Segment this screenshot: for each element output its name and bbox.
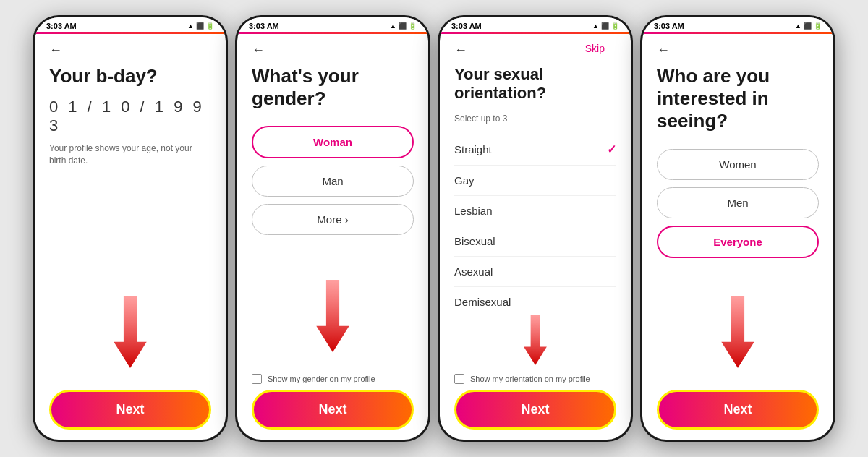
orientation-gay[interactable]: Gay bbox=[454, 166, 616, 196]
title-1: Your b-day? bbox=[49, 65, 211, 87]
svg-marker-1 bbox=[316, 280, 349, 352]
orientation-gay-label: Gay bbox=[454, 174, 475, 187]
time-4: 3:03 AM bbox=[654, 22, 684, 30]
gender-options: Woman Man More › bbox=[252, 126, 414, 235]
orientation-lesbian-label: Lesbian bbox=[454, 205, 493, 217]
battery-icon-4: 🔋 bbox=[814, 22, 822, 30]
arrow-down-2 bbox=[311, 280, 354, 352]
screen-2: ← What's your gender? Woman Man More › bbox=[237, 34, 428, 368]
title-2: What's your gender? bbox=[252, 65, 414, 110]
status-bar-2: 3:03 AM ▲ ⬛ 🔋 bbox=[237, 17, 428, 32]
battery-icon-2: 🔋 bbox=[409, 22, 417, 30]
arrow-down-1 bbox=[109, 296, 152, 368]
title-4: Who are you interested in seeing? bbox=[657, 65, 819, 133]
signal-icon-2: ⬛ bbox=[399, 22, 407, 30]
interest-everyone-btn[interactable]: Everyone bbox=[657, 226, 819, 258]
signal-icon-4: ⬛ bbox=[804, 22, 812, 30]
phone-bday: 3:03 AM ▲ ⬛ 🔋 ← Your b-day? 0 1 / 1 0 / … bbox=[33, 15, 228, 442]
svg-marker-2 bbox=[524, 315, 547, 365]
time-1: 3:03 AM bbox=[46, 22, 77, 30]
bottom-area-1: Next bbox=[35, 384, 226, 440]
arrow-area-3 bbox=[454, 312, 616, 368]
orientation-asexual[interactable]: Asexual bbox=[454, 257, 616, 287]
time-2: 3:03 AM bbox=[249, 22, 279, 30]
phone-interest: 3:03 AM ▲ ⬛ 🔋 ← Who are you interested i… bbox=[640, 15, 835, 442]
next-button-4[interactable]: Next bbox=[657, 390, 819, 430]
orientation-list: Straight ✓ Gay Lesbian Bisexual Asexual bbox=[454, 134, 616, 312]
time-3: 3:03 AM bbox=[451, 22, 482, 30]
back-button-4[interactable]: ← bbox=[657, 43, 670, 58]
gender-woman-btn[interactable]: Woman bbox=[252, 126, 414, 158]
gender-checkbox-label: Show my gender on my profile bbox=[268, 375, 375, 383]
gender-checkbox[interactable] bbox=[252, 374, 262, 384]
orientation-subtitle: Select up to 3 bbox=[454, 114, 616, 124]
status-bar-4: 3:03 AM ▲ ⬛ 🔋 bbox=[642, 17, 833, 32]
wifi-icon-3: ▲ bbox=[592, 22, 599, 30]
status-icons-2: ▲ ⬛ 🔋 bbox=[390, 22, 417, 30]
status-icons-1: ▲ ⬛ 🔋 bbox=[187, 22, 214, 30]
back-button-2[interactable]: ← bbox=[252, 43, 265, 58]
back-button-3[interactable]: ← bbox=[454, 43, 467, 58]
orientation-straight[interactable]: Straight ✓ bbox=[454, 134, 616, 166]
status-bar-3: 3:03 AM ▲ ⬛ 🔋 bbox=[440, 17, 631, 32]
status-icons-3: ▲ ⬛ 🔋 bbox=[592, 22, 619, 30]
phone-orientation: 3:03 AM ▲ ⬛ 🔋 ← Skip Your sexual orienta… bbox=[438, 15, 633, 442]
screen-1: ← Your b-day? 0 1 / 1 0 / 1 9 9 3 Your p… bbox=[35, 34, 226, 384]
orientation-checkbox-label: Show my orientation on my profile bbox=[470, 375, 590, 383]
orientation-demisexual[interactable]: Demisexual bbox=[454, 287, 616, 312]
orientation-straight-label: Straight bbox=[454, 143, 492, 155]
orientation-checkbox-row: Show my orientation on my profile bbox=[454, 374, 616, 384]
next-button-3[interactable]: Next bbox=[454, 390, 616, 430]
screen-3: ← Skip Your sexual orientation? Select u… bbox=[440, 34, 631, 368]
bottom-area-3: Show my orientation on my profile Next bbox=[440, 368, 631, 440]
next-button-1[interactable]: Next bbox=[49, 390, 211, 430]
status-icons-4: ▲ ⬛ 🔋 bbox=[795, 22, 822, 30]
wifi-icon-2: ▲ bbox=[390, 22, 396, 30]
phones-container: 3:03 AM ▲ ⬛ 🔋 ← Your b-day? 0 1 / 1 0 / … bbox=[25, 8, 843, 449]
interest-options: Women Men Everyone bbox=[657, 149, 819, 258]
arrow-down-4 bbox=[716, 296, 760, 368]
title-3: Your sexual orientation? bbox=[454, 65, 616, 103]
bday-date: 0 1 / 1 0 / 1 9 9 3 bbox=[49, 98, 211, 135]
signal-icon: ⬛ bbox=[196, 22, 204, 30]
gender-checkbox-row: Show my gender on my profile bbox=[252, 374, 414, 384]
back-button-1[interactable]: ← bbox=[49, 43, 62, 58]
wifi-icon: ▲ bbox=[187, 22, 194, 30]
wifi-icon-4: ▲ bbox=[795, 22, 801, 30]
orientation-checkbox[interactable] bbox=[454, 374, 464, 384]
orientation-lesbian[interactable]: Lesbian bbox=[454, 196, 616, 226]
battery-icon-3: 🔋 bbox=[611, 22, 619, 30]
arrow-area-4 bbox=[657, 258, 819, 375]
bday-note: Your profile shows your age, not your bi… bbox=[49, 142, 211, 167]
arrow-area-2 bbox=[252, 235, 414, 359]
interest-women-btn[interactable]: Women bbox=[657, 149, 819, 180]
interest-men-btn[interactable]: Men bbox=[657, 187, 819, 218]
orientation-demisexual-label: Demisexual bbox=[454, 296, 511, 308]
svg-marker-0 bbox=[114, 296, 146, 368]
bottom-area-4: Next bbox=[642, 384, 833, 440]
arrow-down-3 bbox=[517, 315, 553, 365]
orientation-bisexual[interactable]: Bisexual bbox=[454, 226, 616, 257]
straight-check: ✓ bbox=[607, 142, 616, 156]
battery-icon: 🔋 bbox=[206, 22, 214, 30]
bottom-area-2: Show my gender on my profile Next bbox=[237, 368, 428, 440]
phone-gender: 3:03 AM ▲ ⬛ 🔋 ← What's your gender? Woma… bbox=[235, 15, 430, 442]
screen-4: ← Who are you interested in seeing? Wome… bbox=[642, 34, 833, 384]
gender-man-btn[interactable]: Man bbox=[252, 166, 414, 197]
orientation-asexual-label: Asexual bbox=[454, 265, 493, 278]
top-nav-3: ← Skip bbox=[454, 43, 616, 58]
next-button-2[interactable]: Next bbox=[252, 390, 414, 430]
status-bar-1: 3:03 AM ▲ ⬛ 🔋 bbox=[35, 17, 226, 32]
svg-marker-3 bbox=[721, 296, 754, 368]
signal-icon-3: ⬛ bbox=[601, 22, 609, 30]
arrow-area-1 bbox=[49, 167, 211, 375]
skip-button[interactable]: Skip bbox=[585, 43, 605, 54]
gender-more-btn[interactable]: More › bbox=[252, 204, 414, 235]
orientation-bisexual-label: Bisexual bbox=[454, 235, 495, 247]
